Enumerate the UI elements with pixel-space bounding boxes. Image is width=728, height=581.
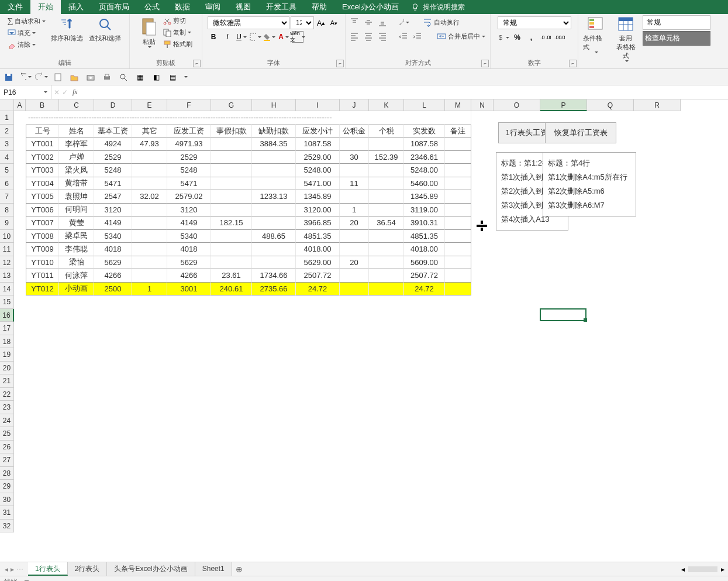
cell[interactable]: 实发数	[404, 125, 445, 138]
cell[interactable]	[445, 283, 471, 296]
cell[interactable]	[132, 164, 167, 177]
cell[interactable]: 1	[132, 283, 167, 296]
tab-nav-last-icon[interactable]: ▸	[11, 565, 14, 573]
conditional-format-button[interactable]: 条件格式	[581, 15, 610, 54]
cell[interactable]	[445, 204, 471, 217]
shape-box-delete[interactable]: 标题：第4行第1次删除A4:m5所在行第2次删除A5:m6第3次删除A6:M7	[543, 152, 636, 216]
cell[interactable]: YT011	[26, 269, 59, 283]
cell[interactable]: 应发工资	[167, 125, 211, 138]
cell[interactable]: 黄培带	[59, 177, 94, 191]
row-header-18[interactable]: 18	[0, 335, 14, 349]
font-launcher[interactable]: ⌐	[336, 60, 344, 67]
scroll-left-icon[interactable]: ◂	[681, 565, 685, 573]
cell[interactable]: 3966.85	[296, 216, 340, 230]
cell[interactable]	[369, 204, 404, 217]
col-header-C[interactable]: C	[59, 99, 94, 111]
row-header-29[interactable]: 29	[0, 480, 14, 493]
number-format-select[interactable]: 常规	[498, 16, 571, 29]
cell[interactable]	[132, 269, 167, 283]
cell[interactable]: 24.72	[404, 283, 445, 296]
fill-color-icon[interactable]	[264, 31, 275, 43]
cell[interactable]: 4924	[94, 137, 132, 151]
scroll-right-icon[interactable]: ▸	[721, 565, 724, 573]
format-painter-button[interactable]: 格式刷	[161, 39, 194, 50]
qat-misc3-icon[interactable]: ▤	[166, 71, 179, 83]
col-header-F[interactable]: F	[167, 99, 211, 111]
tell-me-search[interactable]: 操作说明搜索	[411, 2, 465, 12]
cell[interactable]: 3120	[94, 204, 132, 217]
ribbon-tab-4[interactable]: 公式	[137, 0, 167, 14]
col-header-J[interactable]: J	[340, 99, 369, 111]
cell[interactable]	[445, 164, 471, 177]
align-bottom-icon[interactable]	[377, 16, 388, 28]
cell[interactable]: 3884.35	[252, 137, 296, 151]
cell[interactable]: 2547	[94, 190, 132, 204]
sheet-button-restore[interactable]: 恢复单行工资表	[545, 122, 616, 143]
cell[interactable]: 梁怡	[59, 256, 94, 270]
cell[interactable]: 何明间	[59, 204, 94, 217]
tab-nav-first-icon[interactable]: ◂	[5, 565, 8, 573]
formula-input[interactable]	[82, 85, 728, 99]
cell[interactable]	[252, 256, 296, 270]
cell[interactable]: 1345.89	[404, 190, 445, 204]
cell[interactable]: 3120.00	[296, 204, 340, 217]
cell[interactable]: 11	[340, 177, 369, 191]
cell[interactable]: 182.15	[211, 216, 252, 230]
col-header-M[interactable]: M	[445, 99, 471, 111]
cell[interactable]: 3001	[167, 283, 211, 296]
cell[interactable]	[340, 230, 369, 243]
sheet-tab-1[interactable]: 2行表头	[68, 562, 108, 576]
cell[interactable]: 公积金	[340, 125, 369, 138]
cell[interactable]	[132, 151, 167, 164]
cell[interactable]: 32.02	[132, 190, 167, 204]
cell[interactable]	[340, 190, 369, 204]
ribbon-tab-6[interactable]: 审阅	[198, 0, 228, 14]
col-header-Q[interactable]: Q	[587, 99, 634, 111]
cell[interactable]	[211, 243, 252, 256]
cell[interactable]: 基本工资	[94, 125, 132, 138]
cancel-formula-icon[interactable]: ✕	[54, 88, 60, 97]
row-header-22[interactable]: 22	[0, 388, 14, 401]
cell[interactable]	[132, 243, 167, 256]
cell[interactable]: YT008	[26, 230, 59, 243]
cell[interactable]	[211, 164, 252, 177]
number-launcher[interactable]: ⌐	[569, 60, 577, 67]
qat-customize-icon[interactable]	[184, 76, 188, 78]
cell[interactable]	[252, 243, 296, 256]
cell[interactable]	[445, 243, 471, 256]
cell[interactable]	[369, 269, 404, 283]
cell[interactable]	[252, 216, 296, 230]
cell[interactable]: 1345.89	[296, 190, 340, 204]
cell[interactable]	[340, 283, 369, 296]
copy-button[interactable]: 复制	[161, 27, 194, 38]
cell[interactable]: 卢婵	[59, 151, 94, 164]
row-header-12[interactable]: 12	[0, 256, 14, 270]
col-header-I[interactable]: I	[296, 99, 340, 111]
redo-icon[interactable]	[35, 71, 48, 83]
cell[interactable]: 梁火凤	[59, 164, 94, 177]
qat-new-icon[interactable]	[51, 71, 64, 83]
cell[interactable]: 5248.00	[296, 164, 340, 177]
row-header-2[interactable]: 2	[0, 125, 14, 138]
col-header-L[interactable]: L	[404, 99, 445, 111]
cell[interactable]: 3119.00	[404, 204, 445, 217]
paste-button[interactable]: 粘贴	[138, 15, 160, 49]
cell[interactable]: 4851.35	[296, 230, 340, 243]
cell[interactable]: 5248	[94, 164, 132, 177]
row-header-16[interactable]: 16	[0, 309, 14, 322]
cell[interactable]: 36.54	[369, 216, 404, 230]
cell[interactable]: 2346.61	[404, 151, 445, 164]
row-header-10[interactable]: 10	[0, 230, 14, 243]
cell[interactable]: 2529	[94, 151, 132, 164]
cell[interactable]	[211, 256, 252, 270]
phonetic-icon[interactable]: wén文	[292, 31, 303, 43]
row-header-1[interactable]: 1	[0, 111, 14, 125]
cell[interactable]: 工号	[26, 125, 59, 138]
cell[interactable]	[340, 243, 369, 256]
ribbon-tab-1[interactable]: 开始	[30, 0, 61, 14]
cell[interactable]	[369, 256, 404, 270]
cell[interactable]: 4851.35	[404, 230, 445, 243]
row-header-31[interactable]: 31	[0, 506, 14, 520]
font-name-select[interactable]: 微软雅黑	[208, 16, 289, 29]
cell[interactable]: 2529	[167, 151, 211, 164]
